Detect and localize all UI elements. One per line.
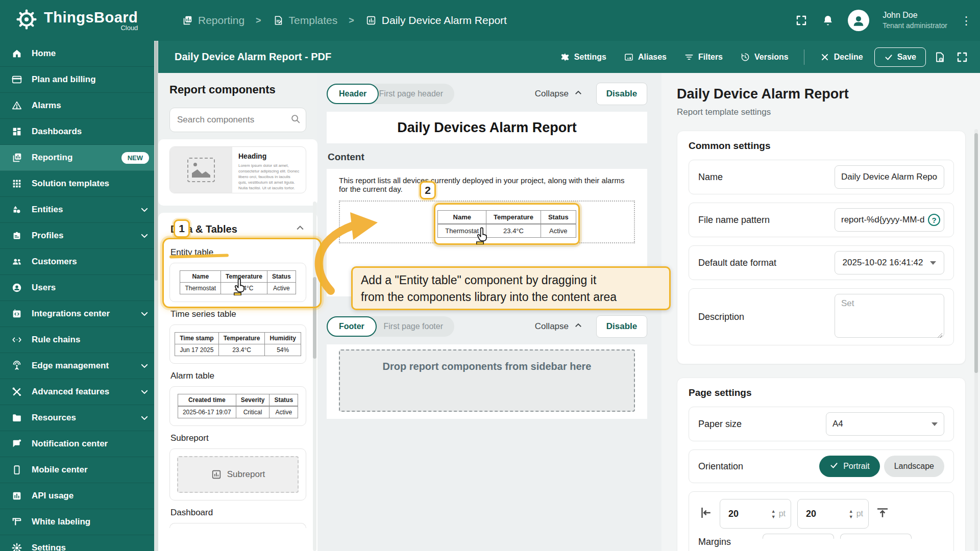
settings-button[interactable]: Settings [554, 48, 612, 66]
margin-top2-input[interactable] [840, 534, 912, 539]
default-date-format-row: Default date format 2025-10-02 16:41:42 [689, 245, 954, 280]
name-input[interactable] [835, 165, 944, 189]
default-date-format-select[interactable]: 2025-10-02 16:41:42 [835, 251, 944, 274]
mobile-icon [11, 464, 22, 475]
entities-icon [11, 204, 22, 215]
save-button[interactable]: Save [874, 47, 926, 67]
preview-table: NameTemperatureStatusThermostat23.4°CAct… [180, 270, 296, 294]
entity-table-component-card[interactable]: NameTemperatureStatusThermostat23.4°CAct… [169, 263, 306, 302]
portrait-toggle[interactable]: Portrait [819, 456, 880, 477]
filter-icon [684, 52, 694, 62]
toolbar-divider [804, 49, 804, 65]
components-scrollbar[interactable] [313, 202, 316, 551]
reporting-icon [11, 152, 22, 163]
time-series-table-component-card[interactable]: Time stampTemperatureHumidityJun 17 2025… [169, 324, 306, 364]
fullscreen-icon[interactable] [953, 49, 971, 65]
settings-scrollbar[interactable] [974, 129, 978, 551]
sidebar-item-integrations-center[interactable]: Integrations center [0, 301, 158, 327]
stepper-icon[interactable]: ▲▼ [849, 509, 853, 519]
description-textarea[interactable] [835, 294, 944, 338]
chevron-down-icon [140, 387, 149, 396]
decline-button[interactable]: Decline [814, 48, 869, 66]
fullscreen-icon[interactable] [795, 14, 808, 27]
sidebar-item-api-usage[interactable]: API usage [0, 483, 158, 509]
settings-panel-subtitle: Report template settings [677, 107, 966, 117]
user-role: Tenant administrator [883, 20, 947, 31]
margin-right-input[interactable]: 20 ▲▼ pt [797, 499, 869, 529]
sidebar-item-solution-templates[interactable]: Solution templates [0, 171, 158, 197]
footer-chip[interactable]: Footer [327, 316, 377, 337]
editor-title: Daily Device Alarm Report - PDF [158, 51, 331, 63]
template-settings-panel: Daily Device Alarm Report Report templat… [662, 73, 980, 551]
sidebar-item-rule-chains[interactable]: Rule chains [0, 327, 158, 353]
preview-table: Time stampTemperatureHumidityJun 17 2025… [175, 332, 301, 356]
breadcrumb-item[interactable]: Daily Device Alarm Report [365, 14, 507, 27]
history-icon [740, 52, 750, 62]
footer-disable-button[interactable]: Disable [596, 315, 647, 338]
sidebar-item-alarms[interactable]: Alarms [0, 93, 158, 119]
stepper-icon[interactable]: ▲▼ [771, 509, 776, 519]
margin-bottom-input[interactable] [763, 534, 834, 539]
resize-grip-icon[interactable] [937, 333, 942, 338]
alarm-table-component-card[interactable]: Created timeSeverityStatus2025-06-17 19:… [169, 386, 306, 426]
notifications-bell-icon[interactable] [821, 14, 835, 27]
margins-label: Margins [698, 537, 731, 547]
brand-name: ThingsBoard [44, 10, 138, 25]
subreport-component-card[interactable]: Subreport [169, 448, 306, 500]
sidebar-item-profiles[interactable]: Profiles [0, 223, 158, 249]
heading-card-title: Heading [238, 152, 300, 160]
templates-icon [273, 15, 284, 26]
preview-file-icon[interactable] [931, 49, 948, 65]
sidebar-item-customers[interactable]: Customers [0, 249, 158, 275]
sidebar-item-advanced-features[interactable]: Advanced features [0, 379, 158, 405]
more-menu-icon[interactable]: ⋮ [961, 19, 968, 22]
report-doc-title: Daily Devices Alarm Report [397, 120, 577, 136]
sidebar-scrollbar[interactable] [154, 41, 158, 551]
sidebar-item-plan-and-billing[interactable]: Plan and billing [0, 67, 158, 93]
sidebar-item-settings[interactable]: Settings [0, 535, 158, 551]
heading-component-card[interactable]: Heading Lorem ipsum dolor sit amet, cons… [169, 146, 306, 193]
sidebar-item-dashboards[interactable]: Dashboards [0, 119, 158, 145]
breadcrumb-item[interactable]: Reporting [182, 14, 244, 27]
filters-button[interactable]: Filters [678, 48, 729, 66]
components-panel-title: Report components [169, 83, 306, 96]
chevron-down-icon [140, 205, 149, 214]
dashboard-component-card[interactable] [169, 523, 306, 528]
users-icon [11, 282, 22, 293]
profiles-icon [11, 230, 22, 241]
footer-drop-zone[interactable]: Drop report components from sidebar here [339, 349, 635, 412]
dragged-entity-table-preview[interactable]: NameTemperatureStatusThermostat23.4°CAct… [434, 203, 580, 245]
chevron-up-icon[interactable] [295, 223, 305, 235]
brand-logo[interactable]: ThingsBoard Cloud [0, 8, 153, 33]
versions-button[interactable]: Versions [734, 48, 795, 66]
sidebar-item-resources[interactable]: Resources [0, 405, 158, 431]
components-search[interactable] [169, 108, 306, 132]
settings-panel-title: Daily Device Alarm Report [677, 86, 966, 102]
margin-left-input[interactable]: 20 ▲▼ pt [720, 499, 791, 529]
sidebar-item-edge-management[interactable]: Edge management [0, 353, 158, 379]
sidebar-item-white-labeling[interactable]: White labeling [0, 509, 158, 535]
sidebar-item-entities[interactable]: Entities [0, 197, 158, 223]
heading-card-description: Lorem ipsum dolor sit amet, consectetur … [238, 163, 300, 191]
decline-x-icon [820, 52, 830, 62]
chart-icon [211, 469, 222, 480]
aliases-button[interactable]: Aliases [618, 48, 673, 66]
help-icon[interactable]: ? [928, 214, 940, 226]
sidebar-item-users[interactable]: Users [0, 275, 158, 301]
header-collapse-button[interactable]: Collapse [535, 88, 583, 100]
sidebar-item-mobile-center[interactable]: Mobile center [0, 457, 158, 483]
breadcrumb-separator: > [256, 15, 261, 26]
landscape-toggle[interactable]: Landscape [884, 456, 944, 477]
content-drop-zone[interactable]: NameTemperatureStatusThermostat23.4°CAct… [339, 201, 635, 243]
sidebar-item-reporting[interactable]: ReportingNEW [0, 145, 158, 171]
footer-collapse-button[interactable]: Collapse [535, 321, 583, 333]
search-input[interactable] [177, 115, 290, 125]
avatar[interactable] [848, 10, 869, 31]
breadcrumb-item[interactable]: Templates [273, 14, 338, 27]
paper-size-select[interactable]: A4 [826, 412, 944, 436]
sidebar-item-home[interactable]: Home [0, 41, 158, 67]
header-disable-button[interactable]: Disable [596, 83, 647, 105]
sidebar-item-notification-center[interactable]: Notification center [0, 431, 158, 457]
topbar-right: John Doe Tenant administrator ⋮ [795, 10, 980, 31]
header-chip[interactable]: Header [327, 84, 379, 104]
